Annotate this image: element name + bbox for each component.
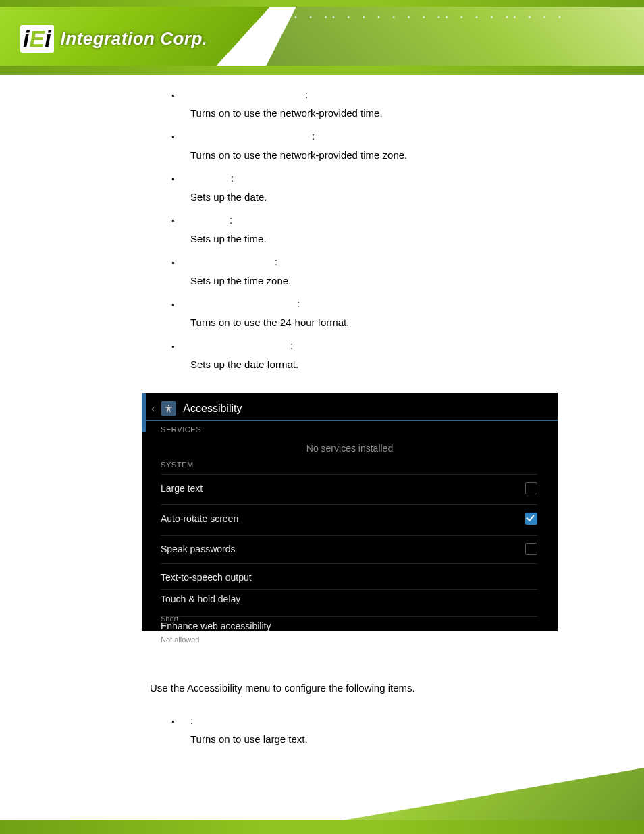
brand-tag: Integration Corp. — [61, 28, 208, 49]
bullet-icon — [171, 338, 190, 354]
colon: : — [190, 714, 193, 726]
colon: : — [297, 298, 300, 309]
row-speak-passwords[interactable]: Speak passwords — [161, 535, 537, 563]
checkbox-large-text[interactable] — [525, 482, 537, 494]
android-no-services: No services installed — [142, 443, 558, 454]
item-desc: Turns on to use the 24-hour format. — [190, 315, 590, 331]
row-label: Auto-rotate screen — [161, 513, 238, 524]
row-label: Enhance web accessibility — [161, 621, 271, 631]
bullet-icon — [171, 128, 190, 145]
android-header: ‹ Accessibility — [151, 398, 242, 419]
bullet-icon — [171, 86, 190, 103]
item-desc: Sets up the time zone. — [190, 273, 590, 289]
colon: : — [230, 214, 232, 226]
header-banner: • • • •• • • • • • • •• • • • •• • • • i… — [0, 0, 644, 76]
accessibility-section: :Turns on to use large text. — [171, 712, 590, 754]
colon: : — [290, 340, 293, 351]
android-title: Accessibility — [183, 402, 242, 415]
row-label: Text-to-speech output — [161, 572, 252, 583]
brand-iei: iEi — [20, 25, 54, 53]
colon: : — [312, 130, 315, 142]
banner-bar-bottom — [0, 66, 644, 75]
item-desc: Turns on to use large text. — [190, 731, 590, 748]
brand-logo: iEi Integration Corp. — [20, 20, 208, 57]
list-item: :Sets up the date. — [171, 170, 590, 205]
row-large-text[interactable]: Large text — [161, 474, 537, 502]
android-section-services: SERVICES — [161, 425, 201, 434]
colon: : — [231, 172, 234, 184]
footer-bar — [0, 820, 644, 834]
accessibility-icon — [161, 401, 176, 416]
android-scrollbar[interactable] — [142, 393, 146, 432]
list-item: :Sets up the time. — [171, 212, 590, 247]
list-item: :Turns on to use the network-provided ti… — [171, 128, 590, 163]
bullet-icon — [171, 254, 190, 270]
android-screenshot: ‹ Accessibility SERVICES No services ins… — [142, 393, 558, 631]
item-desc: Sets up the date format. — [190, 357, 590, 373]
datetime-list: :Turns on to use the network-provided ti… — [171, 86, 590, 373]
android-header-separator — [142, 420, 558, 421]
list-item: :Turns on to use the 24-hour format. — [171, 296, 590, 331]
banner-wedge-right — [266, 7, 644, 66]
list-item: :Sets up the date format. — [171, 338, 590, 373]
banner-bar-top — [0, 0, 644, 7]
item-desc: Turns on to use the network-provided tim… — [190, 147, 590, 163]
item-desc: Sets up the date. — [190, 189, 590, 205]
item-desc: Sets up the time. — [190, 231, 590, 247]
colon: : — [275, 256, 277, 267]
row-enhance-web[interactable]: Enhance web accessibility Not allowed — [161, 616, 537, 637]
accessibility-intro: Use the Accessibility menu to configure … — [150, 682, 582, 694]
item-desc: Turns on to use the network-provided tim… — [190, 105, 590, 122]
bullet-icon — [171, 170, 190, 186]
row-label: Speak passwords — [161, 544, 236, 554]
row-auto-rotate[interactable]: Auto-rotate screen — [161, 504, 537, 532]
checkbox-auto-rotate[interactable] — [525, 513, 537, 525]
back-icon[interactable]: ‹ — [151, 402, 155, 415]
colon: : — [305, 88, 308, 100]
list-item: :Sets up the time zone. — [171, 254, 590, 289]
bullet-icon — [171, 296, 190, 312]
row-label: Touch & hold delay — [161, 594, 240, 604]
list-item: :Turns on to use the network-provided ti… — [171, 86, 590, 122]
checkbox-speak-passwords[interactable] — [525, 543, 537, 555]
datetime-section: :Turns on to use the network-provided ti… — [171, 86, 590, 380]
bullet-icon — [171, 712, 190, 729]
row-label: Large text — [161, 483, 203, 494]
row-sub: Not allowed — [161, 635, 199, 644]
row-tts[interactable]: Text-to-speech output — [161, 563, 537, 591]
android-section-system: SYSTEM — [161, 461, 194, 469]
accessibility-list: :Turns on to use large text. — [171, 712, 590, 748]
bullet-icon — [171, 212, 190, 228]
footer-banner — [0, 760, 644, 834]
list-item: :Turns on to use large text. — [171, 712, 590, 748]
footer-wedge — [293, 768, 644, 822]
